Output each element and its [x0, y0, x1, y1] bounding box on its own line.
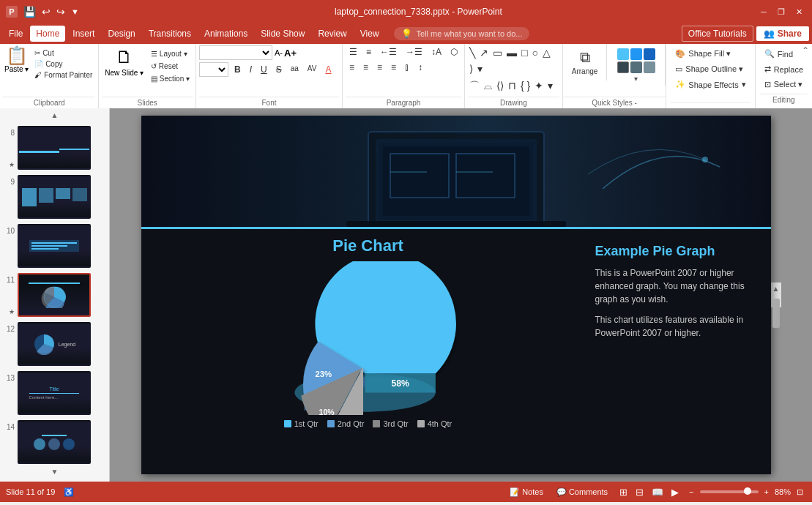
menu-animations[interactable]: Animations [198, 26, 253, 42]
shape-line[interactable]: ╲ [468, 45, 477, 60]
bold-button[interactable]: B [231, 63, 245, 76]
shape-more2[interactable]: ▾ [546, 78, 554, 94]
char-spacing-button[interactable]: AV [304, 63, 321, 76]
restore-button[interactable]: ❐ [774, 4, 789, 19]
zoom-slider[interactable] [700, 490, 759, 493]
slide-sorter-button[interactable]: ⊟ [633, 485, 647, 499]
menu-file[interactable]: File [3, 26, 29, 42]
shape-arrow[interactable]: ↗ [478, 45, 490, 60]
find-button[interactable]: 🔍 Find [760, 47, 808, 61]
redo-button[interactable]: ↪ [55, 4, 67, 19]
menu-review[interactable]: Review [312, 26, 352, 42]
shape-custom2[interactable]: ⊓ [507, 78, 518, 94]
menu-transitions[interactable]: Transitions [143, 26, 197, 42]
notes-button[interactable]: 📝 Notes [505, 486, 548, 498]
align-center-button[interactable]: ≡ [360, 61, 372, 74]
quick-style-1[interactable] [617, 48, 629, 60]
reset-button[interactable]: ↺ Reset [148, 61, 193, 72]
arrange-button[interactable]: ⧉ Arrange [567, 47, 603, 78]
share-button[interactable]: 👥 Share [756, 26, 809, 41]
office-tutorials-button[interactable]: Office Tutorials [682, 26, 753, 42]
shape-rect3[interactable]: □ [520, 45, 529, 60]
strikethrough-button[interactable]: S [272, 63, 286, 76]
shape-arc[interactable]: ⌓ [483, 78, 493, 94]
slide-thumb-9[interactable]: 9 [3, 173, 106, 220]
line-spacing-button[interactable]: ↕ [414, 61, 426, 74]
shape-triangle[interactable]: △ [541, 45, 552, 60]
shape-rect2[interactable]: ▬ [505, 45, 518, 60]
shape-star[interactable]: ✦ [533, 78, 545, 94]
quick-style-4[interactable] [617, 61, 629, 73]
menu-design[interactable]: Design [102, 26, 141, 42]
quick-style-3[interactable] [644, 48, 655, 60]
undo-button[interactable]: ↩ [40, 4, 52, 19]
shape-rect[interactable]: ▭ [491, 45, 504, 60]
font-family-select[interactable] [199, 45, 272, 60]
font-size-increase[interactable]: A+ [284, 48, 297, 59]
justify-button[interactable]: ≡ [387, 61, 400, 74]
decrease-indent-button[interactable]: ←☰ [376, 45, 401, 59]
slide-panel-scroll-down[interactable]: ▼ [50, 468, 60, 479]
paste-button[interactable]: 📋 Paste ▾ [3, 45, 30, 75]
font-color-button[interactable]: A [321, 63, 335, 76]
align-right-button[interactable]: ≡ [373, 61, 386, 74]
quick-style-2[interactable] [630, 48, 642, 60]
text-direction-button[interactable]: ↕A [428, 45, 445, 59]
slide-thumb-14[interactable]: 14 [3, 419, 106, 465]
cut-button[interactable]: ✂ Cut [31, 48, 95, 58]
save-button[interactable]: 💾 [22, 4, 37, 19]
select-button[interactable]: ⊡ Select ▾ [760, 78, 808, 91]
italic-button[interactable]: I [246, 63, 256, 76]
menu-view[interactable]: View [354, 26, 385, 42]
tell-me-input[interactable]: 💡 Tell me what you want to do... [394, 27, 530, 40]
customize-button[interactable]: ▼ [70, 6, 81, 18]
quick-style-6[interactable] [644, 61, 655, 73]
shape-chevron[interactable]: ⟩ [468, 61, 474, 76]
shape-custom3[interactable]: { } [519, 78, 532, 94]
zoom-in-button[interactable]: + [761, 486, 772, 498]
replace-button[interactable]: ⇄ Replace [760, 62, 808, 76]
menu-home[interactable]: Home [30, 26, 65, 42]
comments-button[interactable]: 💬 Comments [552, 486, 612, 498]
menu-slideshow[interactable]: Slide Show [255, 26, 310, 42]
convert-to-smartart-button[interactable]: ⬡ [447, 45, 461, 59]
underline-button[interactable]: U [257, 63, 271, 76]
shape-more[interactable]: ▾ [476, 61, 484, 76]
align-left-button[interactable]: ≡ [346, 61, 358, 74]
close-button[interactable]: ✕ [791, 4, 806, 19]
zoom-out-button[interactable]: − [686, 486, 696, 498]
reading-view-button[interactable]: 📖 [649, 485, 666, 499]
slide-thumb-13[interactable]: 13 Title Content here... [3, 370, 106, 416]
slide-thumb-10[interactable]: 10 [3, 222, 106, 269]
font-size-decrease[interactable]: A- [275, 48, 283, 57]
bullets-button[interactable]: ☰ [346, 45, 361, 59]
columns-button[interactable]: ⫿ [401, 61, 413, 74]
quick-style-5[interactable] [630, 61, 642, 73]
shape-curve[interactable]: ⌒ [468, 78, 481, 94]
section-button[interactable]: ▤ Section ▾ [148, 73, 193, 84]
slide-panel-scroll-up[interactable]: ▲ [50, 111, 60, 122]
quick-styles-expand[interactable]: ▾ [634, 75, 638, 83]
shadow-button[interactable]: aa [287, 63, 302, 76]
scroll-up-arrow[interactable]: ▲ [770, 283, 782, 295]
slide-thumb-11[interactable]: 11 ★ [3, 272, 106, 318]
shape-effects-button[interactable]: ✨ Shape Effects ▾ [671, 78, 750, 91]
increase-indent-button[interactable]: →☰ [402, 45, 426, 59]
menu-insert[interactable]: Insert [67, 26, 100, 42]
font-size-select[interactable] [199, 62, 228, 77]
normal-view-button[interactable]: ⊞ [617, 485, 630, 499]
accessibility-button[interactable]: ♿ [61, 486, 77, 498]
copy-button[interactable]: 📄 Copy [31, 59, 95, 69]
ribbon-collapse-button[interactable]: ⌃ [802, 45, 809, 56]
slideshow-view-button[interactable]: ▶ [668, 485, 682, 499]
slide-thumb-8[interactable]: 8 ★ [3, 124, 106, 171]
numbering-button[interactable]: ≡ [362, 45, 375, 59]
shape-oval[interactable]: ○ [531, 45, 540, 60]
shape-fill-button[interactable]: 🎨 Shape Fill ▾ [671, 47, 750, 61]
shape-custom1[interactable]: ⟨⟩ [495, 78, 505, 94]
layout-button[interactable]: ☰ Layout ▾ [148, 48, 193, 59]
format-painter-button[interactable]: 🖌 Format Painter [31, 70, 95, 80]
new-slide-button[interactable]: 🗋 New Slide ▾ [102, 45, 146, 78]
minimize-button[interactable]: ─ [756, 4, 771, 19]
slide-thumb-12[interactable]: 12 Legend [3, 321, 106, 367]
